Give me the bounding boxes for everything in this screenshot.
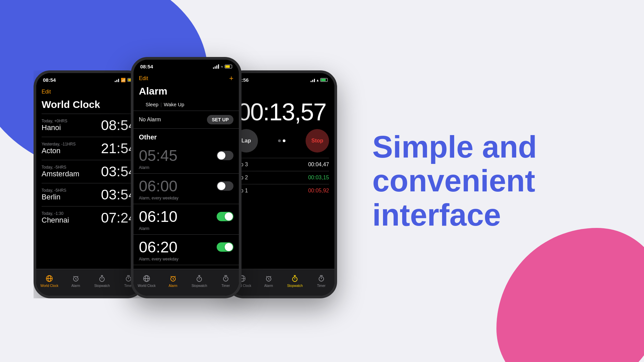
offset-amsterdam: Today, -5HRS xyxy=(42,165,79,170)
phone-stopwatch: 08:56 ▴ xyxy=(226,70,337,298)
offset-hanoi: Today, +0HRS xyxy=(42,119,67,123)
tab-label-sw-w: Stopwatch xyxy=(94,284,110,288)
sig2a xyxy=(215,66,216,69)
alarm-sub-0610: Alarm xyxy=(139,226,233,231)
stopwatch-time: 00:13,57 xyxy=(234,98,329,126)
tab-stopwatch-alarm[interactable]: Stopwatch xyxy=(186,274,213,288)
no-alarm-row: No Alarm SET UP xyxy=(133,111,239,129)
sleep-label: Sleep xyxy=(146,102,158,107)
alarm-item-0545: 05:45 Alarm xyxy=(133,143,239,174)
wifi-icon-alarm: ≈ xyxy=(221,64,223,69)
svg-line-7 xyxy=(77,276,78,277)
sig3a xyxy=(216,65,217,69)
phones-container: 08:54 📶 Edit xyxy=(27,30,356,332)
tab-stopwatch-world[interactable]: Stopwatch xyxy=(89,274,115,288)
city-chennai: Chennai xyxy=(42,216,69,225)
tab-label-timer-a: Timer xyxy=(221,284,230,288)
headline: Simple and convenient interface xyxy=(372,130,574,232)
alarm-sub-0620: Alarm, every weekday xyxy=(139,257,233,261)
phone-world-clock: 08:54 📶 Edit xyxy=(34,70,144,298)
tab-timer-alarm[interactable]: Timer xyxy=(213,274,239,288)
alarm-time-0620: 06:20 xyxy=(139,238,177,256)
svg-line-20 xyxy=(173,279,174,280)
toggle-0600[interactable] xyxy=(217,181,233,191)
alarm-sub-0600: Alarm, every weekday xyxy=(139,196,233,200)
alarm-time-0600: 06:00 xyxy=(139,177,177,195)
tab-alarm-sw[interactable]: Alarm xyxy=(256,274,282,288)
dot-1 xyxy=(278,139,281,142)
svg-line-21 xyxy=(171,276,171,277)
page-dots xyxy=(278,139,285,142)
sig2 xyxy=(116,80,117,82)
text-section: Simple and convenient interface xyxy=(356,130,617,232)
setup-button[interactable]: SET UP xyxy=(207,115,233,124)
no-alarm-text: No Alarm xyxy=(139,117,161,123)
sig1a xyxy=(213,67,214,69)
battery-fill-alarm xyxy=(225,65,230,68)
tab-stopwatch-sw[interactable]: Stopwatch xyxy=(282,274,308,288)
city-acton: Acton xyxy=(42,146,75,155)
signal-sw xyxy=(311,78,315,82)
alarm-time-0610: 06:10 xyxy=(139,207,177,226)
alarm-icon-w xyxy=(71,274,80,283)
lap-item-3: Lap 3 00:04,47 xyxy=(234,158,329,171)
alarm-sub-0545: Alarm xyxy=(139,165,233,170)
tab-timer-sw[interactable]: Timer xyxy=(308,274,335,288)
headline-line2: convenient interface xyxy=(372,164,535,232)
world-clock-header: Edit + xyxy=(36,85,142,98)
globe-icon-a xyxy=(142,274,151,283)
svg-line-36 xyxy=(266,276,267,277)
svg-line-35 xyxy=(269,279,269,280)
tab-label-alarm-w: Alarm xyxy=(71,284,80,288)
tab-alarm-world[interactable]: Alarm xyxy=(63,274,89,288)
offset-acton: Yesterday, -11HRS xyxy=(42,142,75,146)
sig3s xyxy=(314,79,315,82)
lap-list: Lap 3 00:04,47 Lap 2 00:03,15 Lap 1 00:0… xyxy=(234,158,329,281)
tab-label-alarm-s: Alarm xyxy=(264,284,273,288)
edit-button-world[interactable]: Edit xyxy=(42,89,51,95)
stop-button[interactable]: Stop xyxy=(306,129,329,153)
dot-2 xyxy=(283,139,285,142)
wifi-icon-world: 📶 xyxy=(121,78,126,82)
status-bar-alarm: 08:54 ≈ xyxy=(133,60,239,71)
svg-line-37 xyxy=(270,276,271,277)
svg-line-6 xyxy=(73,276,74,277)
stopwatch-icon-w xyxy=(98,274,106,283)
stopwatch-body: 00:13,57 Lap Stop Lap 3 xyxy=(229,85,334,281)
tab-worldclock-alarm[interactable]: World Clock xyxy=(133,274,160,288)
edit-alarm[interactable]: Edit xyxy=(139,75,148,81)
city-hanoi: Hanoi xyxy=(42,123,67,132)
other-label: Other xyxy=(133,129,239,143)
sleep-icon: 🛏 xyxy=(139,102,144,107)
timer-icon-s xyxy=(317,274,326,283)
headline-line1: Simple and xyxy=(372,130,537,164)
alarm-icon-s xyxy=(264,274,273,283)
lap-item-2: Lap 2 00:03,15 xyxy=(234,171,329,184)
tab-alarm-alarm[interactable]: Alarm xyxy=(160,274,186,288)
sig2s xyxy=(312,80,313,82)
stopwatch-icon-a xyxy=(195,274,204,283)
toggle-0610[interactable] xyxy=(217,212,233,221)
tab-world-clock[interactable]: World Clock xyxy=(36,274,63,288)
status-icons-sw: ▴ xyxy=(311,78,328,82)
sleep-wakeup-row: 🛏 Sleep | Wake Up xyxy=(133,100,239,111)
toggle-0545[interactable] xyxy=(217,151,233,160)
lap-item-1: Lap 1 00:05,92 xyxy=(234,184,329,197)
battery-sw xyxy=(320,78,328,82)
city-list: Today, +0HRS Hanoi 08:54 Yesterday, -11H… xyxy=(36,114,142,229)
world-clock-title: World Clock xyxy=(36,98,142,114)
signal-alarm xyxy=(213,65,219,69)
add-alarm[interactable]: + xyxy=(229,74,233,83)
status-time-alarm: 08:54 xyxy=(140,64,153,69)
tab-label-sw-s: Stopwatch xyxy=(287,284,303,288)
toggle-knob-0610 xyxy=(225,213,233,221)
tab-label-sw-a: Stopwatch xyxy=(192,284,207,288)
globe-icon xyxy=(45,274,54,283)
status-time-world: 08:54 xyxy=(43,77,56,83)
toggle-0620[interactable] xyxy=(217,242,233,252)
city-amsterdam: Amsterdam xyxy=(42,170,79,178)
toggle-knob-0620 xyxy=(225,243,233,251)
signal-world xyxy=(115,78,119,82)
lap-time-2: 00:03,15 xyxy=(308,175,329,181)
sig1 xyxy=(115,81,116,82)
